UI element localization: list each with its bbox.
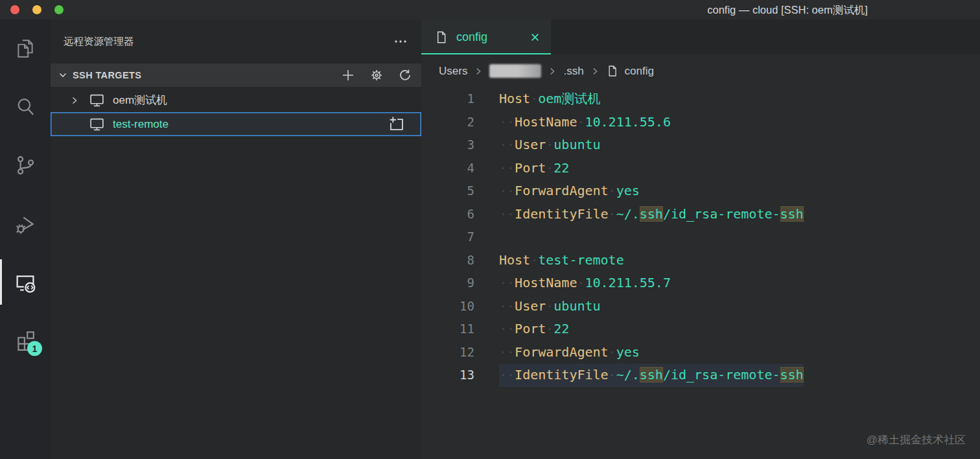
window-title: config — cloud [SSH: oem测试机] [681,0,894,19]
breadcrumb-item-username-redacted[interactable] [489,64,541,78]
file-icon [434,30,448,44]
code-line[interactable]: 3··User·ubuntu [421,134,980,157]
remote-explorer-icon [14,270,37,294]
code-line[interactable]: 12··ForwardAgent·yes [421,341,980,364]
sidebar-header: 远程资源管理器 [51,19,421,64]
code-line[interactable]: 4··Port·22 [421,157,980,180]
section-label: SSH TARGETS [73,70,341,80]
code-line[interactable]: 8Host·test-remote [421,249,980,272]
minimize-window-button[interactable] [32,5,41,14]
tab-close-icon[interactable] [530,32,541,43]
code-line[interactable]: 11··Port·22 [421,318,980,341]
chevron-right-icon [474,67,483,76]
code-line[interactable]: 13··IdentityFile·~/.ssh/id_rsa-remote-ss… [421,364,980,387]
code-line[interactable]: 2··HostName·10.211.55.6 [421,111,980,134]
extensions-badge: 1 [27,341,42,356]
line-number: 2 [421,111,474,134]
breadcrumb: Users .ssh config [421,54,980,88]
source-control-icon [14,154,36,176]
line-number: 3 [421,134,474,157]
line-number: 4 [421,157,474,180]
code-lines: 1Host·oem测试机2··HostName·10.211.55.63··Us… [421,88,980,387]
tree-item-oem[interactable]: oem测试机 [51,88,421,112]
gear-icon[interactable] [369,68,384,82]
tab-label: config [456,30,530,44]
chevron-right-icon [590,67,600,76]
breadcrumb-item-ssh[interactable]: .ssh [563,65,583,78]
line-number: 9 [421,272,474,295]
activity-item-extensions[interactable]: 1 [0,311,51,370]
chevron-down-icon [57,69,69,81]
ssh-targets-tree: oem测试机 test-remote [51,87,421,136]
explorer-icon [14,38,36,60]
line-number: 13 [421,364,474,387]
code-line[interactable]: 10··User·ubuntu [421,295,980,318]
breadcrumb-item-config[interactable]: config [625,65,654,78]
activity-item-run-debug[interactable] [0,194,51,253]
code-line[interactable]: 6··IdentityFile·~/.ssh/id_rsa-remote-ssh [421,203,980,226]
remote-host-icon [89,92,105,108]
search-icon [14,96,36,118]
line-number: 5 [421,180,474,203]
tree-item-label: oem测试机 [113,93,167,108]
line-number: 1 [421,88,474,111]
tree-item-test-remote[interactable]: test-remote [51,112,421,136]
line-number: 12 [421,341,474,364]
activity-bar: 1 [0,19,51,459]
sidebar-title: 远程资源管理器 [64,35,393,49]
activity-item-explorer[interactable] [0,19,51,78]
activity-item-search[interactable] [0,78,51,136]
line-number: 7 [421,226,474,249]
code-editor[interactable]: 1Host·oem测试机2··HostName·10.211.55.63··Us… [421,88,980,459]
zoom-window-button[interactable] [54,5,64,14]
tree-item-label: test-remote [113,118,169,131]
add-icon[interactable] [341,68,355,82]
activity-item-remote-explorer[interactable] [0,253,51,311]
line-number: 8 [421,249,474,272]
code-line[interactable]: 7 [421,226,980,249]
more-actions-icon[interactable] [393,34,408,49]
connect-new-window-icon[interactable] [388,115,406,133]
titlebar: config — cloud [SSH: oem测试机] [0,0,980,19]
watermark: @稀土掘金技术社区 [867,432,966,447]
file-icon [606,65,618,77]
remote-host-icon [89,116,105,132]
line-number: 10 [421,295,474,318]
chevron-right-icon [548,67,557,76]
code-line[interactable]: 1Host·oem测试机 [421,88,980,111]
tab-config[interactable]: config [421,19,551,54]
activity-item-source-control[interactable] [0,136,51,194]
sidebar-remote-explorer: 远程资源管理器 SSH TARGETS [51,19,421,459]
section-ssh-targets[interactable]: SSH TARGETS [51,64,421,87]
line-number: 6 [421,203,474,226]
breadcrumb-item-users[interactable]: Users [439,65,467,78]
code-line[interactable]: 5··ForwardAgent·yes [421,180,980,203]
refresh-icon[interactable] [398,68,412,82]
chevron-right-icon [69,95,80,106]
code-line[interactable]: 9··HostName·10.211.55.7 [421,272,980,295]
editor-group: config Users .ssh config 1Host·oem测试机2··… [421,19,980,459]
tab-bar: config [421,19,980,54]
line-number: 11 [421,318,474,341]
run-debug-icon [14,213,36,235]
close-window-button[interactable] [10,5,19,14]
